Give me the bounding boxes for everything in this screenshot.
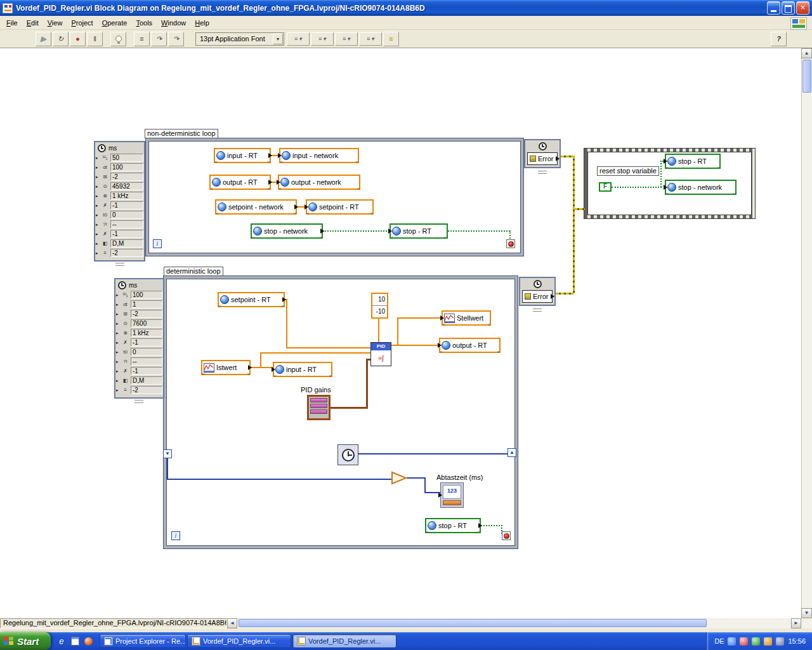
error-wire[interactable] xyxy=(574,208,585,210)
panel-grip[interactable] xyxy=(533,308,542,312)
loop-left-edge-terminal[interactable]: ▼ xyxy=(163,449,172,458)
timing-row[interactable]: ?!-- xyxy=(116,357,162,366)
horizontal-scrollbar[interactable] xyxy=(237,618,791,628)
shared-variable-input-rt[interactable]: input - RT xyxy=(273,362,332,377)
free-label[interactable]: reset stop variable xyxy=(597,166,659,176)
boolean-false-constant[interactable]: F xyxy=(599,182,612,192)
vertical-scroll-thumb[interactable] xyxy=(802,60,811,93)
timing-row[interactable]: ✗-1 xyxy=(96,229,143,239)
menu-help[interactable]: Help xyxy=(190,17,214,29)
timing-row[interactable]: ◧D,M xyxy=(116,376,162,385)
shared-variable-stop-rt[interactable]: stop - RT xyxy=(425,518,481,533)
labview-app-icon[interactable] xyxy=(3,3,13,13)
pause-button[interactable]: ‖ xyxy=(87,32,103,46)
menu-tools[interactable]: Tools xyxy=(131,17,157,29)
loop-right-edge-terminal[interactable]: ▲ xyxy=(508,448,516,457)
wire[interactable] xyxy=(358,453,509,454)
timing-row[interactable]: dt1 xyxy=(116,300,162,309)
iteration-terminal[interactable]: i xyxy=(171,531,180,540)
timing-row[interactable]: ◧D,M xyxy=(96,239,143,248)
shared-variable-output-rt[interactable]: output - RT xyxy=(439,338,501,353)
tray-update-icon[interactable] xyxy=(764,637,772,646)
menu-window[interactable]: Window xyxy=(157,17,190,29)
wire[interactable] xyxy=(260,352,371,354)
tray-alert-icon[interactable] xyxy=(740,637,748,646)
wire[interactable] xyxy=(330,407,368,409)
panel-grip[interactable] xyxy=(134,400,143,403)
iteration-terminal[interactable]: i xyxy=(153,239,162,248)
stellwert-chart-terminal[interactable]: Stellwert xyxy=(442,310,491,326)
vertical-scrollbar[interactable]: ▲ ▼ xyxy=(801,48,812,618)
wire[interactable] xyxy=(167,458,168,480)
internet-explorer-icon[interactable]: e xyxy=(56,636,67,646)
menu-view[interactable]: View xyxy=(43,17,67,29)
horizontal-scroll-thumb[interactable] xyxy=(239,619,707,627)
wire[interactable] xyxy=(286,347,371,348)
timing-row[interactable]: ?!-- xyxy=(96,220,143,229)
run-continuously-button[interactable]: ↻ xyxy=(53,32,69,46)
scroll-down-button[interactable]: ▼ xyxy=(801,608,812,618)
media-player-icon[interactable] xyxy=(83,636,93,646)
timed-loop-input-node[interactable]: ms ³²₁100 dt1 ⊞-2 ⊙7600 ⊗1 kHz ✗-1 t00 ?… xyxy=(114,278,164,399)
wire[interactable] xyxy=(481,525,502,526)
wire[interactable] xyxy=(407,477,426,479)
run-button[interactable]: ▶ xyxy=(36,32,51,46)
resize-objects-dropdown[interactable]: ≡▾ xyxy=(335,32,358,46)
loop-label[interactable]: non-deterministic loop xyxy=(145,129,218,138)
timing-row[interactable]: ✗-1 xyxy=(116,338,162,347)
error-wire[interactable] xyxy=(573,156,575,293)
timing-row[interactable]: dt100 xyxy=(96,162,143,172)
timing-row[interactable]: ⊙45932 xyxy=(96,182,143,191)
shared-variable-output-network[interactable]: output - network xyxy=(278,175,360,190)
shared-variable-output-rt[interactable]: output - RT xyxy=(209,175,271,190)
conversion-node[interactable] xyxy=(391,471,407,485)
tray-network-icon[interactable] xyxy=(728,637,736,646)
shared-variable-input-network[interactable]: input - network xyxy=(279,148,359,163)
wire[interactable] xyxy=(167,479,392,480)
timing-row[interactable]: ≡-2 xyxy=(96,248,143,258)
task-button-vi-1[interactable]: Vordef_PID_Regler.vi... xyxy=(187,634,291,648)
wire[interactable] xyxy=(286,299,287,348)
menu-file[interactable]: File xyxy=(2,17,22,29)
scroll-right-button[interactable]: ► xyxy=(791,618,801,628)
wire[interactable] xyxy=(660,161,662,187)
context-help-button[interactable]: ? xyxy=(771,32,787,46)
wire[interactable] xyxy=(448,230,510,232)
timing-row[interactable]: ⊙7600 xyxy=(116,319,162,328)
task-button-vi-2-active[interactable]: Vordef_PID_Regler.vi... xyxy=(292,634,396,648)
shared-variable-stop-rt[interactable]: stop - RT xyxy=(665,154,721,169)
error-out-terminal[interactable]: Error xyxy=(522,290,553,303)
wire[interactable] xyxy=(424,477,426,493)
scroll-left-button[interactable]: ◄ xyxy=(227,618,237,628)
error-wire[interactable] xyxy=(556,293,573,295)
shared-variable-stop-rt[interactable]: stop - RT xyxy=(390,223,448,239)
tray-volume-icon[interactable] xyxy=(776,637,784,646)
timing-row[interactable]: ✗-1 xyxy=(96,201,143,210)
istwert-chart-terminal[interactable]: Istwert xyxy=(201,360,251,375)
timing-row[interactable]: t00 xyxy=(116,347,162,357)
shared-variable-stop-network[interactable]: stop - network xyxy=(665,180,737,195)
loop-label[interactable]: deterministic loop xyxy=(164,267,223,276)
abtastzeit-numeric-indicator[interactable]: 123 xyxy=(440,482,464,508)
align-objects-dropdown[interactable]: ≡▾ xyxy=(287,32,310,46)
output-limit-constant[interactable]: 10 -10 xyxy=(371,293,388,319)
timing-row[interactable]: ³²₁50 xyxy=(96,153,143,162)
retain-wire-values-button[interactable]: ≡ xyxy=(134,32,150,46)
close-button[interactable]: × xyxy=(796,1,809,15)
wire[interactable] xyxy=(260,352,261,368)
timing-row[interactable]: ⊗1 kHz xyxy=(96,191,143,201)
menu-edit[interactable]: Edit xyxy=(22,17,43,29)
timing-row[interactable]: ⊞-2 xyxy=(116,309,162,319)
loop-condition-terminal[interactable] xyxy=(502,531,511,540)
shared-variable-stop-network[interactable]: stop - network xyxy=(251,223,323,239)
timing-row[interactable]: t00 xyxy=(96,210,143,220)
pid-function-node[interactable]: PID ≈∫ xyxy=(370,342,391,366)
menu-project[interactable]: Project xyxy=(67,17,97,29)
menu-operate[interactable]: Operate xyxy=(98,17,132,29)
timing-row[interactable]: ³²₁100 xyxy=(116,290,162,300)
wire[interactable] xyxy=(366,359,368,409)
language-indicator[interactable]: DE xyxy=(714,637,724,645)
highlight-execution-button[interactable] xyxy=(110,32,126,46)
step-over-button[interactable]: ↷ xyxy=(168,32,184,46)
shared-variable-setpoint-rt[interactable]: setpoint - RT xyxy=(218,292,285,307)
